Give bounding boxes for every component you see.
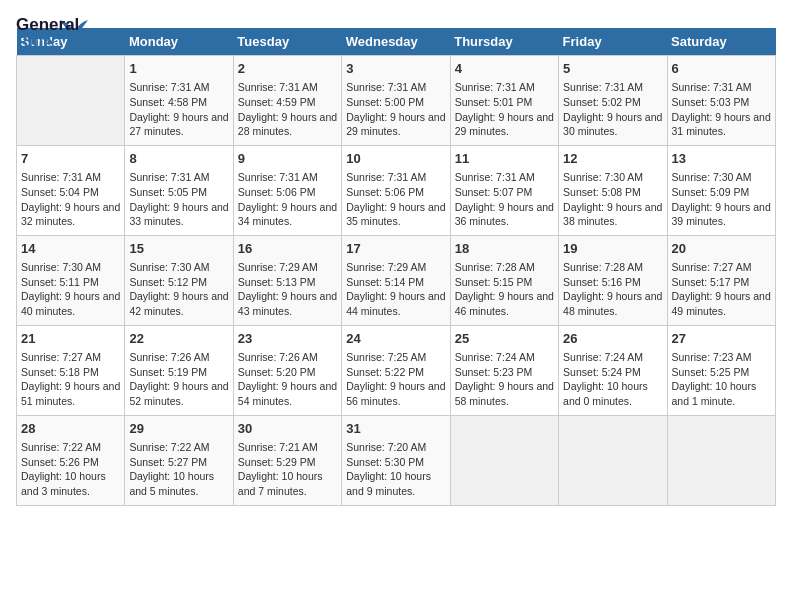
day-cell xyxy=(450,415,558,505)
day-number: 4 xyxy=(455,60,554,78)
day-header-monday: Monday xyxy=(125,28,233,56)
day-info: Sunrise: 7:31 AMSunset: 5:06 PMDaylight:… xyxy=(238,170,337,229)
day-number: 18 xyxy=(455,240,554,258)
day-cell: 13Sunrise: 7:30 AMSunset: 5:09 PMDayligh… xyxy=(667,145,775,235)
day-cell: 20Sunrise: 7:27 AMSunset: 5:17 PMDayligh… xyxy=(667,235,775,325)
day-header-wednesday: Wednesday xyxy=(342,28,450,56)
day-cell: 6Sunrise: 7:31 AMSunset: 5:03 PMDaylight… xyxy=(667,56,775,146)
day-header-saturday: Saturday xyxy=(667,28,775,56)
day-cell xyxy=(559,415,667,505)
day-info: Sunrise: 7:28 AMSunset: 5:16 PMDaylight:… xyxy=(563,260,662,319)
day-number: 1 xyxy=(129,60,228,78)
day-cell xyxy=(17,56,125,146)
day-cell: 26Sunrise: 7:24 AMSunset: 5:24 PMDayligh… xyxy=(559,325,667,415)
day-cell: 30Sunrise: 7:21 AMSunset: 5:29 PMDayligh… xyxy=(233,415,341,505)
day-number: 26 xyxy=(563,330,662,348)
day-number: 3 xyxy=(346,60,445,78)
day-info: Sunrise: 7:31 AMSunset: 5:04 PMDaylight:… xyxy=(21,170,120,229)
day-number: 15 xyxy=(129,240,228,258)
day-info: Sunrise: 7:31 AMSunset: 5:06 PMDaylight:… xyxy=(346,170,445,229)
day-number: 22 xyxy=(129,330,228,348)
day-cell xyxy=(667,415,775,505)
day-number: 8 xyxy=(129,150,228,168)
day-info: Sunrise: 7:20 AMSunset: 5:30 PMDaylight:… xyxy=(346,440,445,499)
day-info: Sunrise: 7:27 AMSunset: 5:18 PMDaylight:… xyxy=(21,350,120,409)
day-cell: 25Sunrise: 7:24 AMSunset: 5:23 PMDayligh… xyxy=(450,325,558,415)
day-number: 5 xyxy=(563,60,662,78)
day-cell: 11Sunrise: 7:31 AMSunset: 5:07 PMDayligh… xyxy=(450,145,558,235)
day-cell: 5Sunrise: 7:31 AMSunset: 5:02 PMDaylight… xyxy=(559,56,667,146)
day-header-thursday: Thursday xyxy=(450,28,558,56)
day-cell: 9Sunrise: 7:31 AMSunset: 5:06 PMDaylight… xyxy=(233,145,341,235)
day-info: Sunrise: 7:31 AMSunset: 5:07 PMDaylight:… xyxy=(455,170,554,229)
day-info: Sunrise: 7:29 AMSunset: 5:13 PMDaylight:… xyxy=(238,260,337,319)
day-number: 21 xyxy=(21,330,120,348)
week-row-5: 28Sunrise: 7:22 AMSunset: 5:26 PMDayligh… xyxy=(17,415,776,505)
day-info: Sunrise: 7:21 AMSunset: 5:29 PMDaylight:… xyxy=(238,440,337,499)
day-cell: 28Sunrise: 7:22 AMSunset: 5:26 PMDayligh… xyxy=(17,415,125,505)
day-cell: 22Sunrise: 7:26 AMSunset: 5:19 PMDayligh… xyxy=(125,325,233,415)
day-cell: 17Sunrise: 7:29 AMSunset: 5:14 PMDayligh… xyxy=(342,235,450,325)
day-cell: 29Sunrise: 7:22 AMSunset: 5:27 PMDayligh… xyxy=(125,415,233,505)
logo-word-blue: Blue xyxy=(16,33,53,52)
day-number: 12 xyxy=(563,150,662,168)
day-number: 6 xyxy=(672,60,771,78)
day-header-tuesday: Tuesday xyxy=(233,28,341,56)
day-number: 13 xyxy=(672,150,771,168)
logo-graphic: General Blue xyxy=(16,16,64,58)
day-number: 11 xyxy=(455,150,554,168)
week-row-2: 7Sunrise: 7:31 AMSunset: 5:04 PMDaylight… xyxy=(17,145,776,235)
logo-container: General Blue xyxy=(16,16,88,58)
day-info: Sunrise: 7:31 AMSunset: 5:05 PMDaylight:… xyxy=(129,170,228,229)
day-info: Sunrise: 7:31 AMSunset: 5:02 PMDaylight:… xyxy=(563,80,662,139)
day-info: Sunrise: 7:31 AMSunset: 5:00 PMDaylight:… xyxy=(346,80,445,139)
day-number: 10 xyxy=(346,150,445,168)
day-cell: 1Sunrise: 7:31 AMSunset: 4:58 PMDaylight… xyxy=(125,56,233,146)
day-info: Sunrise: 7:28 AMSunset: 5:15 PMDaylight:… xyxy=(455,260,554,319)
day-info: Sunrise: 7:30 AMSunset: 5:11 PMDaylight:… xyxy=(21,260,120,319)
day-cell: 10Sunrise: 7:31 AMSunset: 5:06 PMDayligh… xyxy=(342,145,450,235)
day-cell: 16Sunrise: 7:29 AMSunset: 5:13 PMDayligh… xyxy=(233,235,341,325)
day-info: Sunrise: 7:30 AMSunset: 5:08 PMDaylight:… xyxy=(563,170,662,229)
day-number: 19 xyxy=(563,240,662,258)
day-info: Sunrise: 7:25 AMSunset: 5:22 PMDaylight:… xyxy=(346,350,445,409)
day-cell: 14Sunrise: 7:30 AMSunset: 5:11 PMDayligh… xyxy=(17,235,125,325)
day-number: 30 xyxy=(238,420,337,438)
day-cell: 4Sunrise: 7:31 AMSunset: 5:01 PMDaylight… xyxy=(450,56,558,146)
day-number: 29 xyxy=(129,420,228,438)
week-row-4: 21Sunrise: 7:27 AMSunset: 5:18 PMDayligh… xyxy=(17,325,776,415)
day-cell: 2Sunrise: 7:31 AMSunset: 4:59 PMDaylight… xyxy=(233,56,341,146)
week-row-1: 1Sunrise: 7:31 AMSunset: 4:58 PMDaylight… xyxy=(17,56,776,146)
day-number: 2 xyxy=(238,60,337,78)
day-cell: 8Sunrise: 7:31 AMSunset: 5:05 PMDaylight… xyxy=(125,145,233,235)
calendar-header-row: SundayMondayTuesdayWednesdayThursdayFrid… xyxy=(17,28,776,56)
day-cell: 3Sunrise: 7:31 AMSunset: 5:00 PMDaylight… xyxy=(342,56,450,146)
day-cell: 23Sunrise: 7:26 AMSunset: 5:20 PMDayligh… xyxy=(233,325,341,415)
day-cell: 31Sunrise: 7:20 AMSunset: 5:30 PMDayligh… xyxy=(342,415,450,505)
day-number: 16 xyxy=(238,240,337,258)
day-number: 27 xyxy=(672,330,771,348)
day-number: 7 xyxy=(21,150,120,168)
day-info: Sunrise: 7:26 AMSunset: 5:19 PMDaylight:… xyxy=(129,350,228,409)
day-cell: 18Sunrise: 7:28 AMSunset: 5:15 PMDayligh… xyxy=(450,235,558,325)
day-number: 24 xyxy=(346,330,445,348)
day-info: Sunrise: 7:30 AMSunset: 5:09 PMDaylight:… xyxy=(672,170,771,229)
day-info: Sunrise: 7:22 AMSunset: 5:27 PMDaylight:… xyxy=(129,440,228,499)
day-info: Sunrise: 7:22 AMSunset: 5:26 PMDaylight:… xyxy=(21,440,120,499)
day-cell: 15Sunrise: 7:30 AMSunset: 5:12 PMDayligh… xyxy=(125,235,233,325)
day-info: Sunrise: 7:31 AMSunset: 4:58 PMDaylight:… xyxy=(129,80,228,139)
day-number: 14 xyxy=(21,240,120,258)
day-info: Sunrise: 7:23 AMSunset: 5:25 PMDaylight:… xyxy=(672,350,771,409)
calendar-table: SundayMondayTuesdayWednesdayThursdayFrid… xyxy=(16,28,776,506)
day-info: Sunrise: 7:31 AMSunset: 5:01 PMDaylight:… xyxy=(455,80,554,139)
day-number: 17 xyxy=(346,240,445,258)
day-number: 28 xyxy=(21,420,120,438)
day-cell: 19Sunrise: 7:28 AMSunset: 5:16 PMDayligh… xyxy=(559,235,667,325)
day-cell: 27Sunrise: 7:23 AMSunset: 5:25 PMDayligh… xyxy=(667,325,775,415)
logo-row: General Blue xyxy=(16,16,88,58)
week-row-3: 14Sunrise: 7:30 AMSunset: 5:11 PMDayligh… xyxy=(17,235,776,325)
day-info: Sunrise: 7:26 AMSunset: 5:20 PMDaylight:… xyxy=(238,350,337,409)
day-info: Sunrise: 7:29 AMSunset: 5:14 PMDaylight:… xyxy=(346,260,445,319)
day-cell: 21Sunrise: 7:27 AMSunset: 5:18 PMDayligh… xyxy=(17,325,125,415)
day-number: 9 xyxy=(238,150,337,168)
